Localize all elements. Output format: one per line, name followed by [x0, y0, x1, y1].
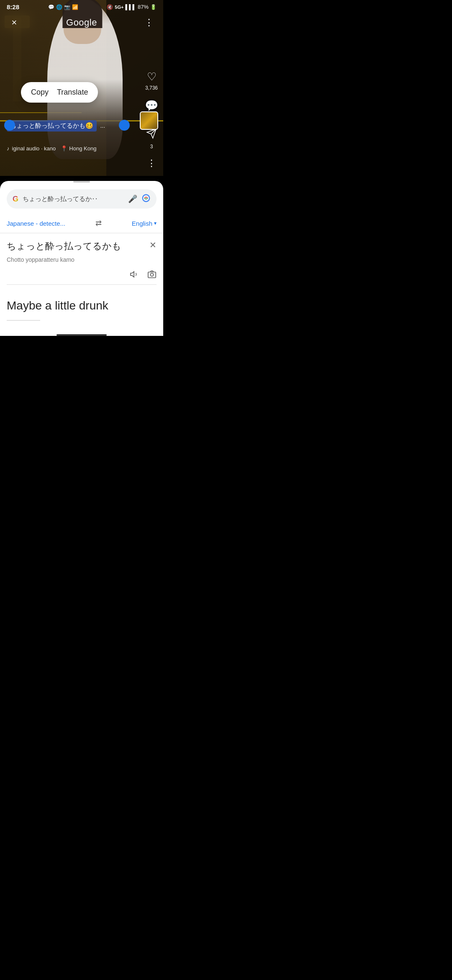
- audio-info: ♪ iginal audio · kano: [7, 145, 56, 152]
- source-text: ちょっと酔っ払ってるかも: [7, 240, 157, 253]
- language-chevron-icon: ▾: [154, 220, 157, 226]
- microphone-icon[interactable]: 🎤: [128, 194, 137, 204]
- like-count: 3,736: [145, 85, 158, 91]
- selection-handle-right: [119, 120, 130, 131]
- selection-handle-left: [4, 120, 15, 131]
- audio-actions: [7, 268, 157, 285]
- swap-languages-button[interactable]: ⇄: [95, 219, 102, 228]
- more-options-button[interactable]: ⋮: [141, 15, 157, 30]
- video-area: 8:28 💬 🌐 📷 📶 🔇 5G+ ▌▌▌ 87% 🔋 × Google ⋮ …: [0, 0, 163, 176]
- translated-text: Maybe a little drunk: [7, 295, 157, 317]
- camera-translate-icon[interactable]: [147, 270, 157, 281]
- location-pin-icon: 📍: [61, 145, 67, 152]
- google-logo: G: [13, 195, 18, 204]
- more-caption-button[interactable]: ...: [100, 122, 105, 129]
- heart-icon: ♡: [147, 70, 157, 83]
- top-navigation: × Google ⋮: [0, 0, 163, 34]
- more-actions-button[interactable]: ⋮: [147, 158, 156, 169]
- svg-marker-1: [131, 271, 134, 277]
- location-text: Hong Kong: [69, 145, 96, 152]
- share-action[interactable]: 3: [146, 128, 157, 150]
- speaker-icon[interactable]: [130, 270, 139, 281]
- lens-icon[interactable]: [141, 193, 151, 204]
- caption-text: ちょっと酔っ払ってるかも🥴: [7, 120, 97, 132]
- drag-handle[interactable]: [73, 181, 90, 183]
- audio-text: iginal audio · kano: [12, 145, 56, 152]
- translation-content: ちょっと酔っ払ってるかも Chotto yopparatteru kamo ✕: [0, 233, 163, 295]
- bottom-home-indicator: [56, 334, 107, 336]
- translate-button[interactable]: Translate: [57, 88, 88, 97]
- copy-button[interactable]: Copy: [31, 88, 49, 97]
- translation-result-area: Maybe a little drunk: [0, 295, 163, 328]
- result-divider: [7, 320, 40, 321]
- location-info: 📍 Hong Kong: [61, 145, 96, 152]
- svg-point-0: [143, 195, 150, 202]
- like-action[interactable]: ♡ 3,736: [145, 70, 158, 91]
- share-count: 3: [150, 144, 153, 150]
- target-language[interactable]: English ▾: [132, 220, 157, 227]
- profile-thumbnail[interactable]: [140, 111, 158, 130]
- context-menu: Copy Translate: [21, 82, 98, 103]
- language-selector: Japanese - detecte... ⇄ English ▾: [0, 215, 163, 233]
- comment-icon: 💬: [145, 99, 158, 112]
- translate-panel: G ちょっと酔っ払ってるか‥ 🎤 Japanese - detecte... ⇄…: [0, 181, 163, 336]
- close-button[interactable]: ×: [7, 15, 22, 30]
- search-bar[interactable]: G ちょっと酔っ払ってるか‥ 🎤: [7, 189, 157, 209]
- romanization-text: Chotto yopparatteru kamo: [7, 256, 157, 263]
- share-icon: [146, 128, 157, 142]
- music-note-icon: ♪: [7, 145, 10, 152]
- source-language[interactable]: Japanese - detecte...: [7, 220, 65, 227]
- search-query[interactable]: ちょっと酔っ払ってるか‥: [23, 195, 124, 203]
- close-translation-button[interactable]: ✕: [149, 240, 157, 250]
- bottom-bar: ♪ iginal audio · kano 📍 Hong Kong: [0, 142, 134, 155]
- caption-bar: ちょっと酔っ払ってるかも🥴 ...: [0, 116, 134, 138]
- app-title: Google: [66, 17, 97, 28]
- svg-point-3: [150, 273, 153, 276]
